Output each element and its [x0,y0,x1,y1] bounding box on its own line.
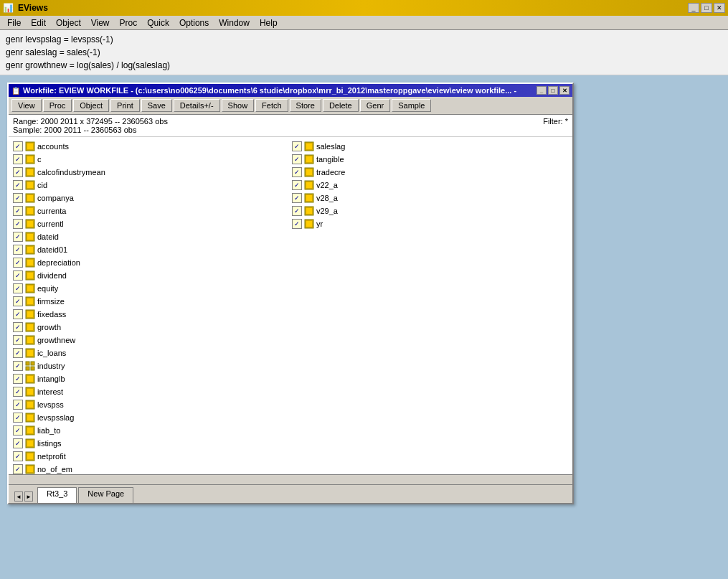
list-item[interactable]: growth [11,321,290,334]
list-item[interactable]: growthnew [11,334,290,347]
var-checkbox[interactable] [292,154,302,164]
list-item[interactable]: netprofit [11,450,290,463]
var-checkbox[interactable] [13,167,23,177]
list-item[interactable]: v29_a [290,204,569,217]
var-checkbox[interactable] [13,464,23,474]
var-checkbox[interactable] [13,335,23,345]
var-checkbox[interactable] [292,206,302,216]
var-checkbox[interactable] [292,167,302,177]
menu-item-options[interactable]: Options [175,17,213,29]
list-item[interactable]: interest [11,385,290,398]
var-checkbox[interactable] [13,180,23,190]
var-checkbox[interactable] [13,425,23,436]
workfile-window: 📋 Workfile: EVIEW WORKFILE - (c:\users\n… [7,83,574,504]
toolbar-btn-show[interactable]: Show [222,99,255,112]
list-item[interactable]: firmsize [11,295,290,308]
tab-left-arrow[interactable]: ◄ [14,491,23,502]
toolbar-btn-store[interactable]: Store [290,99,321,112]
var-checkbox[interactable] [13,258,23,268]
var-checkbox[interactable] [13,270,23,281]
list-item[interactable]: calcofindustrymean [11,166,290,179]
var-checkbox[interactable] [13,232,23,242]
list-item[interactable]: saleslag [290,140,569,153]
wf-minimize-button[interactable]: _ [536,86,547,95]
var-checkbox[interactable] [292,193,302,203]
tab-rt3_3[interactable]: Rt3_3 [37,487,77,503]
menu-item-window[interactable]: Window [214,17,254,29]
wf-close-button[interactable]: ✕ [559,86,569,95]
menu-item-view[interactable]: View [87,17,114,29]
menu-item-help[interactable]: Help [255,17,282,29]
var-checkbox[interactable] [13,219,23,229]
tab-new page[interactable]: New Page [78,487,133,503]
tab-right-arrow[interactable]: ► [24,491,33,502]
var-checkbox[interactable] [13,309,23,319]
list-item[interactable]: no_of_em [11,463,290,474]
var-checkbox[interactable] [13,451,23,461]
close-button[interactable]: ✕ [714,3,725,13]
var-checkbox[interactable] [292,219,302,229]
menu-item-edit[interactable]: Edit [27,17,50,29]
toolbar-btn-print[interactable]: Print [110,99,140,112]
list-item[interactable]: yr [290,217,569,230]
list-item[interactable]: companya [11,192,290,204]
list-item[interactable]: v28_a [290,192,569,204]
toolbar-btn-fetch[interactable]: Fetch [255,99,288,112]
var-checkbox[interactable] [13,413,23,423]
list-item[interactable]: currentl [11,217,290,230]
var-checkbox[interactable] [13,296,23,306]
minimize-button[interactable]: _ [688,3,699,13]
list-item[interactable]: ic_loans [11,347,290,359]
var-name: levspsslag [37,413,74,422]
toolbar-btn-delete[interactable]: Delete [323,99,359,112]
list-item[interactable]: liab_to [11,424,290,437]
var-checkbox[interactable] [292,180,302,190]
var-checkbox[interactable] [13,374,23,384]
toolbar-btn-sample[interactable]: Sample [392,99,431,112]
list-item[interactable]: tradecre [290,166,569,179]
menu-item-file[interactable]: File [3,17,25,29]
maximize-button[interactable]: □ [701,3,712,13]
var-checkbox[interactable] [13,400,23,410]
var-checkbox[interactable] [13,141,23,151]
var-checkbox[interactable] [13,245,23,255]
toolbar-btn-details[interactable]: Details+/- [174,99,220,112]
list-item[interactable]: c [11,153,290,166]
var-checkbox[interactable] [13,193,23,203]
list-item[interactable]: dateid [11,230,290,243]
list-item[interactable]: levspss [11,398,290,411]
list-item[interactable]: cid [11,179,290,192]
wf-restore-button[interactable]: □ [548,86,558,95]
var-checkbox[interactable] [13,387,23,397]
list-item[interactable]: depreciation [11,256,290,269]
toolbar-btn-object[interactable]: Object [73,99,109,112]
toolbar-btn-proc[interactable]: Proc [43,99,72,112]
var-checkbox[interactable] [13,154,23,164]
list-item[interactable]: dateid01 [11,243,290,256]
var-checkbox[interactable] [13,206,23,216]
toolbar-btn-genr[interactable]: Genr [360,99,390,112]
list-item[interactable]: levspsslag [11,411,290,424]
toolbar-btn-view[interactable]: View [11,99,42,112]
list-item[interactable]: currenta [11,204,290,217]
var-checkbox[interactable] [13,361,23,371]
list-item[interactable]: dividend [11,269,290,282]
list-item[interactable]: intanglb [11,372,290,385]
var-checkbox[interactable] [13,348,23,358]
toolbar-btn-save[interactable]: Save [141,99,172,112]
var-checkbox[interactable] [13,322,23,332]
menu-item-proc[interactable]: Proc [115,17,142,29]
menu-item-quick[interactable]: Quick [143,17,174,29]
list-item[interactable]: equity [11,282,290,295]
list-item[interactable]: fixedass [11,308,290,321]
list-item[interactable]: tangible [290,153,569,166]
scroll-bar[interactable] [9,474,572,484]
var-checkbox[interactable] [292,141,302,151]
list-item[interactable]: accounts [11,140,290,153]
menu-item-object[interactable]: Object [52,17,85,29]
list-item[interactable]: industry [11,359,290,372]
var-checkbox[interactable] [13,283,23,293]
list-item[interactable]: v22_a [290,179,569,192]
list-item[interactable]: listings [11,437,290,450]
var-checkbox[interactable] [13,438,23,448]
